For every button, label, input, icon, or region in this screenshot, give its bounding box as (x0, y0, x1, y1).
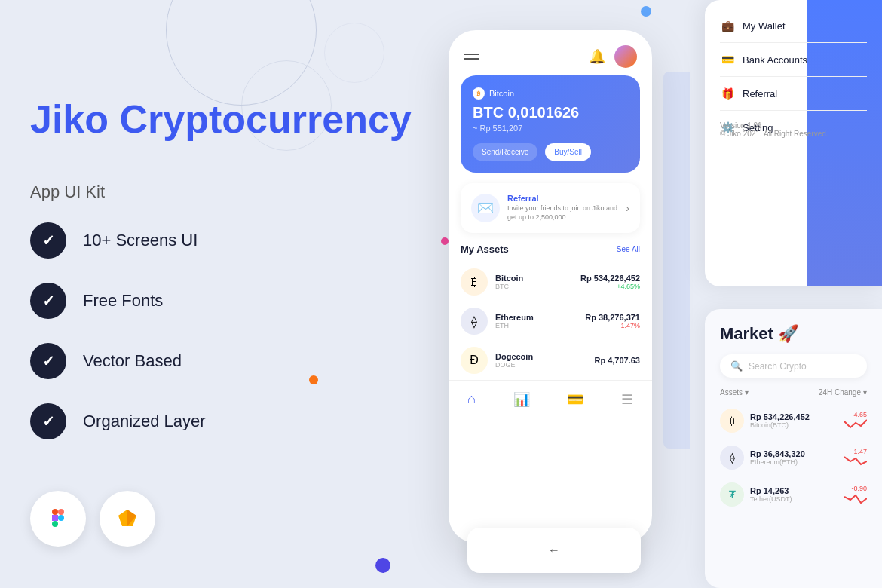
phone-header: 🔔 (449, 30, 652, 75)
features-list: 10+ Screens UI Free Fonts Vector Based O… (30, 222, 206, 464)
market-usdt-change-val: -0.90 (844, 485, 867, 504)
market-row-usdt[interactable]: ₮ Rp 14,263 Tether(USDT) -0.90 (720, 476, 867, 513)
see-all-link[interactable]: See All (617, 245, 640, 253)
btc-buttons: Send/Receive Buy/Sell (473, 143, 628, 161)
market-btc-icon: ₿ (720, 409, 744, 433)
bank-icon: 💳 (720, 54, 735, 66)
asset-symbol: DOGE (495, 361, 586, 369)
asset-name: Bitcoin (495, 274, 573, 283)
asset-value: Rp 4,707.63 (594, 356, 640, 365)
feature-fonts: Free Fonts (30, 283, 206, 319)
btc-card-label: ₿ Bitcoin (473, 87, 628, 100)
back-arrow-icon[interactable]: ← (548, 544, 560, 557)
phone-mockup: 🔔 ₿ Bitcoin BTC 0,0101626 ~ Rp 551,207 S… (449, 30, 652, 543)
btc-rp: ~ Rp 551,207 (473, 124, 628, 133)
asset-name: Ethereum (495, 313, 577, 322)
phone-icons-right: 🔔 (589, 45, 637, 68)
nav-home-icon[interactable]: ⌂ (467, 391, 476, 408)
market-btc-name: Bitcoin(BTC) (750, 421, 838, 429)
search-box[interactable]: 🔍 Search Crypto (720, 354, 867, 378)
market-eth-change-val: -1.47 (844, 448, 867, 467)
asset-symbol: ETH (495, 322, 577, 329)
sidebar-divider (720, 42, 867, 43)
svg-rect-1 (58, 509, 64, 515)
btc-coin-icon: ₿ (461, 268, 488, 296)
market-usdt-value: Rp 14,263 (750, 486, 838, 495)
feature-screens: 10+ Screens UI (30, 222, 206, 259)
sidebar-divider (720, 110, 867, 111)
market-usdt-name: Tether(USDT) (750, 495, 838, 503)
right-sidebar: 💼 My Wallet 💳 Bank Accounts 🎁 Referral ⚙… (705, 0, 882, 286)
sidebar-item-bank[interactable]: 💳 Bank Accounts (720, 46, 867, 73)
sidebar-content: 💼 My Wallet 💳 Bank Accounts 🎁 Referral ⚙… (705, 0, 882, 153)
nav-wallet-icon[interactable]: 💳 (567, 391, 583, 408)
asset-value-block: Rp 38,276,371 -1.47% (585, 313, 640, 329)
tool-icons (30, 491, 155, 547)
assets-header: My Assets See All (449, 243, 652, 262)
user-avatar[interactable] (614, 45, 637, 68)
feature-label: Organized Layer (83, 412, 206, 431)
sidebar-item-referral[interactable]: 🎁 Referral (720, 80, 867, 107)
notification-icon[interactable]: 🔔 (589, 48, 605, 65)
asset-change: -1.47% (585, 322, 640, 329)
asset-row-doge[interactable]: Ð Dogecoin DOGE Rp 4,707.63 (449, 341, 652, 380)
asset-value-block: Rp 4,707.63 (594, 356, 640, 365)
svg-rect-3 (52, 521, 58, 527)
bottom-mockup: ← (467, 528, 641, 573)
market-eth-name: Ethereum(ETH) (750, 458, 838, 466)
check-icon (30, 403, 66, 439)
market-row-btc[interactable]: ₿ Rp 534,226,452 Bitcoin(BTC) -4.65 (720, 403, 867, 439)
asset-value-block: Rp 534,226,452 +4.65% (580, 274, 640, 290)
asset-name-block: Dogecoin DOGE (495, 352, 586, 369)
search-icon: 🔍 (730, 360, 743, 372)
market-usdt-icon: ₮ (720, 482, 744, 507)
asset-value: Rp 38,276,371 (585, 313, 640, 322)
market-btc-info: Rp 534,226,452 Bitcoin(BTC) (750, 412, 838, 429)
asset-value: Rp 534,226,452 (580, 274, 640, 283)
sidebar-bank-label: Bank Accounts (743, 54, 807, 66)
market-usdt-change: -0.90 (844, 485, 867, 504)
sidebar-item-wallet[interactable]: 💼 My Wallet (720, 12, 867, 39)
assets-col-header: Assets ▾ (720, 388, 749, 397)
referral-subtitle: Invite your friends to join on Jiko and … (507, 204, 618, 222)
check-icon (30, 222, 66, 259)
phone-bottom-nav: ⌂ 📊 💳 ☰ (449, 380, 652, 421)
assets-section-title: My Assets (461, 243, 509, 255)
bitcoin-icon: ₿ (473, 87, 485, 100)
change-col-header: 24H Change ▾ (819, 388, 867, 397)
referral-title: Referral (507, 194, 618, 203)
version-text: Version 1.01 (720, 121, 828, 130)
nav-menu-icon[interactable]: ☰ (621, 391, 633, 408)
app-title: Jiko Cryptocurrency (30, 98, 412, 141)
asset-symbol: BTC (495, 283, 573, 290)
nav-chart-icon[interactable]: 📊 (513, 391, 530, 408)
market-table-header: Assets ▾ 24H Change ▾ (720, 388, 867, 397)
sketch-icon (100, 491, 155, 547)
market-title: Market 🚀 (720, 324, 867, 344)
referral-banner[interactable]: ✉️ Referral Invite your friends to join … (461, 183, 640, 233)
sidebar-wallet-label: My Wallet (743, 20, 786, 32)
feature-vector: Vector Based (30, 343, 206, 379)
hamburger-menu[interactable] (464, 54, 479, 60)
referral-icon: ✉️ (471, 194, 500, 222)
referral-text: Referral Invite your friends to join on … (507, 194, 618, 222)
left-section: Jiko Cryptocurrency App UI Kit 10+ Scree… (30, 0, 452, 588)
phone-back-edge (663, 72, 690, 449)
market-row-eth[interactable]: ⟠ Rp 36,843,320 Ethereum(ETH) -1.47 (720, 439, 867, 476)
market-eth-info: Rp 36,843,320 Ethereum(ETH) (750, 449, 838, 466)
check-icon (30, 343, 66, 379)
market-eth-change: -1.47 (844, 448, 867, 467)
market-panel: Market 🚀 🔍 Search Crypto Assets ▾ 24H Ch… (705, 309, 882, 588)
copyright-text: © Jiko 2021. All Right Reserved. (720, 130, 828, 138)
btc-amount: BTC 0,0101626 (473, 104, 628, 121)
sidebar-referral-label: Referral (743, 88, 777, 100)
asset-row-eth[interactable]: ⟠ Ethereum ETH Rp 38,276,371 -1.47% (449, 302, 652, 341)
figma-icon (30, 491, 86, 547)
asset-row-btc[interactable]: ₿ Bitcoin BTC Rp 534,226,452 +4.65% (449, 262, 652, 302)
btc-card: ₿ Bitcoin BTC 0,0101626 ~ Rp 551,207 Sen… (461, 75, 640, 173)
referral-nav-icon: 🎁 (720, 87, 735, 100)
buy-sell-button[interactable]: Buy/Sell (545, 143, 591, 161)
feature-label: 10+ Screens UI (83, 231, 198, 250)
send-receive-button[interactable]: Send/Receive (473, 143, 537, 161)
wallet-icon: 💼 (720, 20, 735, 32)
